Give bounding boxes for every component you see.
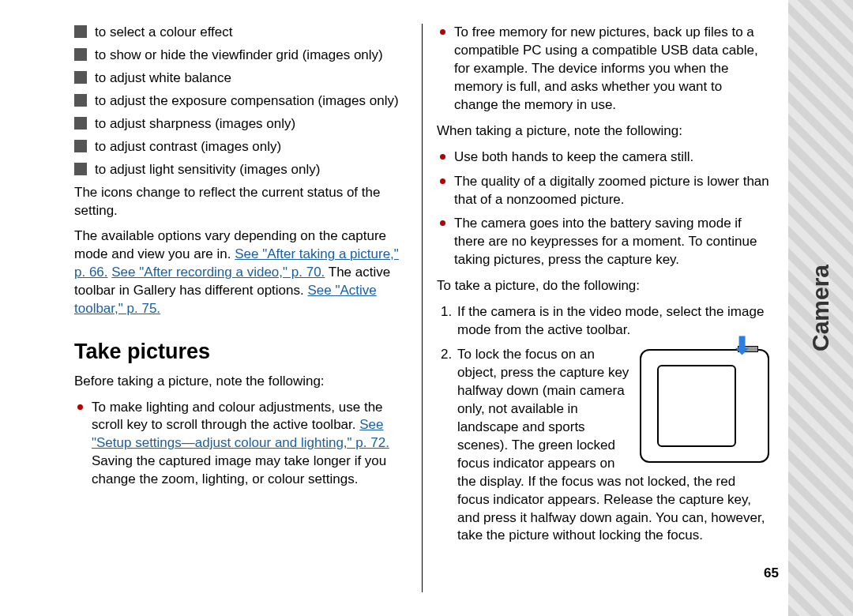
white-balance-icon xyxy=(74,71,87,84)
list-item: To free memory for new pictures, back up… xyxy=(437,24,769,115)
icon-text: to adjust contrast (images only) xyxy=(95,138,281,156)
paragraph: To take a picture, do the following: xyxy=(437,277,769,295)
icon-item: to select a colour effect xyxy=(74,24,408,42)
bullet-list: To free memory for new pictures, back up… xyxy=(437,24,769,115)
left-column: to select a colour effect to show or hid… xyxy=(74,24,422,592)
chapter-tab: Camera xyxy=(788,0,853,616)
bullet-list: Use both hands to keep the camera still.… xyxy=(437,148,769,270)
square-icon xyxy=(74,25,87,38)
icon-text: to adjust the exposure compensation (ima… xyxy=(95,92,399,111)
numbered-list: If the camera is in the video mode, sele… xyxy=(437,303,769,545)
arrow-down-icon: ⬇ xyxy=(732,330,752,362)
icon-item: to adjust contrast (images only) xyxy=(74,138,408,156)
chapter-label: Camera xyxy=(805,265,837,351)
icon-item: to adjust light sensitivity (images only… xyxy=(74,161,408,179)
list-item: The quality of a digitally zoomed pictur… xyxy=(437,173,769,209)
section-heading: Take pictures xyxy=(74,337,408,366)
text-run: Saving the captured image may take longe… xyxy=(92,453,386,486)
list-item: To make lighting and colour adjustments,… xyxy=(74,399,408,490)
icon-text: to adjust light sensitivity (images only… xyxy=(95,161,320,179)
grid-icon xyxy=(74,48,87,61)
paragraph: The available options vary depending on … xyxy=(74,227,408,318)
page-number: 65 xyxy=(764,565,779,583)
camera-screen-icon xyxy=(657,365,736,447)
icon-item: to adjust the exposure compensation (ima… xyxy=(74,92,408,111)
right-column: To free memory for new pictures, back up… xyxy=(422,24,769,592)
list-item: Use both hands to keep the camera still. xyxy=(437,148,769,167)
link-after-video[interactable]: See "After recording a video," p. 70. xyxy=(111,265,325,280)
bullet-list: To make lighting and colour adjustments,… xyxy=(74,399,408,490)
icon-text: to show or hide the viewfinder grid (ima… xyxy=(95,47,383,65)
icon-item: to show or hide the viewfinder grid (ima… xyxy=(74,47,408,65)
exposure-icon xyxy=(74,94,87,107)
text-run: To make lighting and colour adjustments,… xyxy=(92,400,383,433)
icon-item: to adjust white balance xyxy=(74,69,408,88)
icon-text: to adjust sharpness (images only) xyxy=(95,115,295,133)
camera-illustration: ⬇ xyxy=(640,349,769,463)
sharpness-icon xyxy=(74,117,87,130)
contrast-icon xyxy=(74,140,87,152)
icon-text: to select a colour effect xyxy=(95,24,233,42)
icon-item: to adjust sharpness (images only) xyxy=(74,115,408,133)
list-item: ⬇ To lock the focus on an object, press … xyxy=(456,346,769,545)
paragraph: When taking a picture, note the followin… xyxy=(437,122,769,141)
icon-text: to adjust white balance xyxy=(95,69,231,88)
paragraph: The icons change to reflect the current … xyxy=(74,184,408,220)
list-item: If the camera is in the video mode, sele… xyxy=(456,303,769,340)
list-item: The camera goes into the battery saving … xyxy=(437,215,769,269)
paragraph: Before taking a picture, note the follow… xyxy=(74,373,408,391)
iso-icon xyxy=(74,163,87,175)
page-body: to select a colour effect to show or hid… xyxy=(0,0,853,616)
